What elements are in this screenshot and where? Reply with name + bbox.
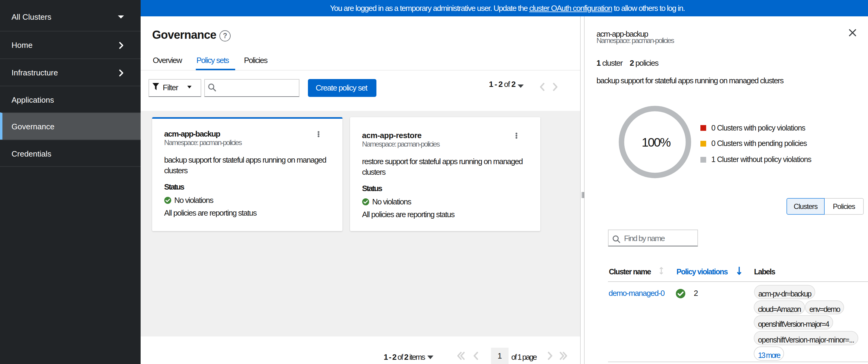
svg-text:100%: 100% — [642, 135, 671, 149]
